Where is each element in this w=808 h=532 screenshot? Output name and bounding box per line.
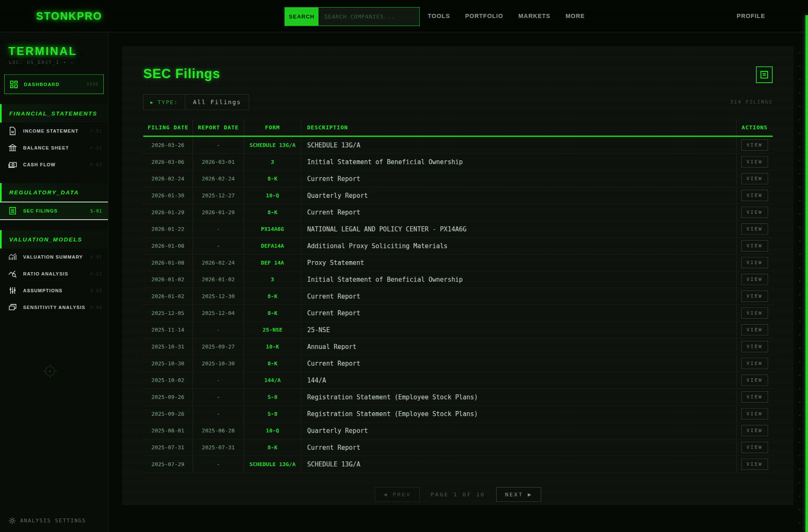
sidebar-item-valuation-summary[interactable]: VALUATION SUMMARY V-01 (0, 249, 108, 265)
form-cell: 10-Q (244, 187, 301, 204)
view-button[interactable]: VIEW (741, 139, 769, 151)
sidebar-item-ratio-analysis[interactable]: RATIO ANALYSIS V-02 (0, 265, 108, 282)
view-button[interactable]: VIEW (741, 358, 769, 369)
sidebar-item-code: V-03 (90, 288, 102, 293)
search-button[interactable]: SEARCH (285, 8, 318, 26)
sidebar-item-balance-sheet[interactable]: BALANCE SHEET F-02 (0, 139, 108, 156)
sidebar: TERMINAL LOC: US_EAST_1 • — DASHBOARD 0X… (0, 32, 108, 532)
table-row: 2026-01-29 2026-01-29 8-K Current Report… (143, 204, 773, 221)
terminal-location: LOC: US_EAST_1 • — (9, 60, 108, 65)
view-button[interactable]: VIEW (741, 425, 769, 436)
sidebar-item-dashboard[interactable]: DASHBOARD 0X00 (4, 74, 104, 94)
view-button[interactable]: VIEW (741, 459, 769, 470)
form-cell: 3 (244, 271, 301, 288)
filing-date-cell: 2026-01-30 (143, 187, 193, 204)
description-cell: Annual Report (301, 338, 737, 355)
sidebar-item-sec-filings[interactable]: SEC FILINGS S-01 (0, 202, 108, 220)
actions-cell: VIEW (737, 305, 773, 321)
sidebar-item-code: 0X00 (87, 82, 98, 86)
form-cell: 8-K (244, 355, 301, 372)
table-row: 2025-09-26 - S-8 Registration Statement … (143, 406, 773, 422)
actions-cell: VIEW (737, 439, 773, 456)
view-button[interactable]: VIEW (741, 173, 769, 184)
form-cell: PX14A6G (244, 221, 301, 237)
report-date-cell: 2025-12-30 (193, 288, 244, 304)
top-bar: STONKPRO SEARCH TOOLS PORTFOLIO MARKETS … (0, 0, 808, 32)
scrollbar[interactable] (805, 15, 808, 532)
actions-cell: VIEW (737, 355, 773, 372)
view-button[interactable]: VIEW (741, 291, 769, 302)
form-cell: SCHEDULE 13G/A (244, 456, 301, 472)
filings-panel-icon[interactable] (756, 66, 773, 83)
filings-table: FILING DATE REPORT DATE FORM DESCRIPTION… (143, 119, 773, 473)
view-button[interactable]: VIEW (741, 274, 769, 285)
description-cell: Additional Proxy Soliciting Materials (301, 238, 737, 254)
type-filter[interactable]: ▶ TYPE: All Filings (143, 94, 249, 110)
view-button[interactable]: VIEW (741, 257, 769, 268)
section-regulatory-data: REGULATORY_DATA (0, 183, 108, 202)
type-filter-value[interactable]: All Filings (185, 94, 249, 110)
next-page-button[interactable]: NEXT ▶ (496, 487, 541, 502)
filing-date-cell: 2025-10-31 (143, 338, 193, 355)
analysis-settings-button[interactable]: ANALYSIS SETTINGS (8, 517, 86, 524)
table-row: 2025-07-31 2025-07-31 8-K Current Report… (143, 439, 773, 456)
report-date-cell: 2025-06-28 (193, 422, 244, 439)
nav-portfolio[interactable]: PORTFOLIO (465, 13, 503, 19)
view-button[interactable]: VIEW (741, 307, 769, 319)
caret-icon: ▶ (150, 100, 154, 105)
nav-tools[interactable]: TOOLS (428, 13, 450, 19)
dashboard-grid-icon (10, 80, 18, 89)
header-description: DESCRIPTION (301, 119, 737, 136)
prev-page-button[interactable]: ◀ PREV (375, 487, 420, 502)
filing-date-cell: 2026-01-08 (143, 254, 193, 271)
view-button[interactable]: VIEW (741, 156, 769, 168)
document-icon (8, 127, 18, 135)
report-date-cell: 2026-01-02 (193, 271, 244, 288)
description-cell: Registration Statement (Employee Stock P… (301, 406, 737, 422)
sidebar-item-sensitivity-analysis[interactable]: SENSITIVITY ANALYSIS V-04 (0, 299, 108, 316)
sidebar-item-code: F-02 (90, 146, 102, 150)
nav-markets[interactable]: MARKETS (518, 13, 550, 19)
search-input[interactable] (318, 8, 419, 26)
form-cell: 144/A (244, 372, 301, 388)
app-logo: STONKPRO (36, 10, 102, 22)
chart-bars-icon (8, 253, 18, 261)
filing-date-cell: 2026-01-22 (143, 221, 193, 237)
page-indicator: PAGE 1 OF 16 (431, 491, 485, 498)
filings-count: 314 FILINGS (730, 99, 773, 105)
sidebar-item-assumptions[interactable]: ASSUMPTIONS V-03 (0, 282, 108, 299)
table-row: 2025-12-05 2025-12-04 8-K Current Report… (143, 305, 773, 322)
profile-link[interactable]: PROFILE (737, 13, 765, 19)
view-button[interactable]: VIEW (741, 442, 769, 453)
actions-cell: VIEW (737, 221, 773, 237)
actions-cell: VIEW (737, 170, 773, 187)
view-button[interactable]: VIEW (741, 341, 769, 352)
view-button[interactable]: VIEW (741, 240, 769, 252)
view-button[interactable]: VIEW (741, 375, 769, 386)
sidebar-item-cash-flow[interactable]: CASH FLOW F-03 (0, 156, 108, 173)
section-valuation-models: VALUATION_MODELS (0, 230, 108, 249)
table-row: 2026-03-26 - SCHEDULE 13G/A SCHEDULE 13G… (143, 137, 773, 154)
description-cell: SCHEDULE 13G/A (301, 137, 737, 153)
sidebar-item-label: CASH FLOW (23, 162, 55, 167)
view-button[interactable]: VIEW (741, 223, 769, 235)
view-button[interactable]: VIEW (741, 190, 769, 201)
terminal-title: TERMINAL (8, 45, 108, 58)
description-cell: Current Report (301, 355, 737, 372)
gear-icon (8, 517, 16, 524)
view-button[interactable]: VIEW (741, 324, 769, 335)
table-row: 2026-01-30 2025-12-27 10-Q Quarterly Rep… (143, 187, 773, 204)
view-button[interactable]: VIEW (741, 207, 769, 218)
view-button[interactable]: VIEW (741, 408, 769, 419)
view-button[interactable]: VIEW (741, 391, 769, 403)
report-date-cell: - (193, 406, 244, 422)
description-cell: Registration Statement (Employee Stock P… (301, 389, 737, 405)
filing-date-cell: 2025-12-05 (143, 305, 193, 321)
description-cell: SCHEDULE 13G/A (301, 456, 737, 472)
sidebar-item-income-statement[interactable]: INCOME STATEMENT F-01 (0, 123, 108, 139)
nav-more[interactable]: MORE (566, 13, 585, 19)
search-bar: SEARCH (284, 7, 420, 26)
actions-cell: VIEW (737, 322, 773, 338)
table-row: 2025-10-30 2025-10-30 8-K Current Report… (143, 355, 773, 372)
description-cell: Current Report (301, 288, 737, 304)
